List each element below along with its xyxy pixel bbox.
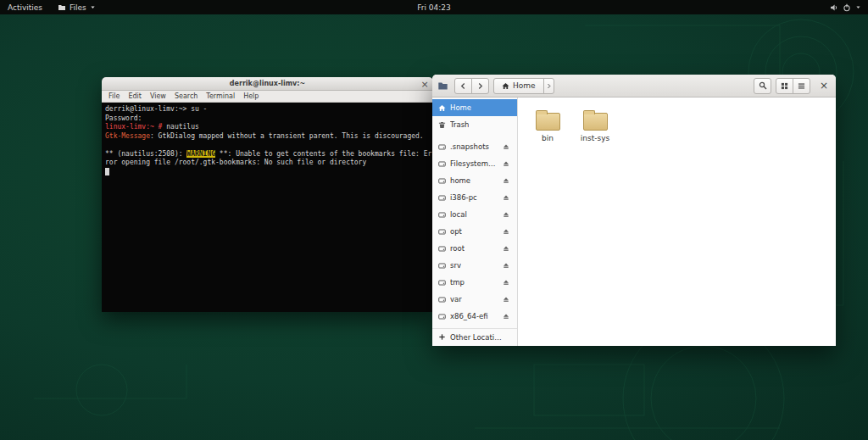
eject-icon [503,211,509,218]
audio-volume-icon [830,3,838,12]
terminal-line: Password: [105,114,430,124]
files-sidebar: Home Trash .snapshots Filesystem r… home [432,97,518,346]
grid-view-icon [781,82,788,90]
files-close-button[interactable]: × [817,79,831,92]
chevron-right-icon [476,82,484,90]
eject-button[interactable] [501,311,511,321]
terminal-line [105,168,430,178]
folder-inst-sys[interactable]: inst-sys [576,106,615,145]
menu-search[interactable]: Search [170,91,202,102]
sidebar-item-home[interactable]: Home [432,99,517,116]
chevron-left-icon [459,82,467,90]
sidebar-item-volume-tmp[interactable]: tmp [432,274,517,291]
drive-icon [438,262,446,270]
files-body: Home Trash .snapshots Filesystem r… home [432,97,836,346]
activities-button[interactable]: Activities [0,0,50,14]
folder-bin[interactable]: bin [528,106,567,145]
eject-button[interactable] [501,175,511,186]
folder-icon [583,113,608,131]
menu-terminal[interactable]: Terminal [202,91,239,102]
grid-view-button[interactable] [776,78,793,94]
eject-icon [503,313,509,320]
drive-icon [438,228,446,236]
eject-button[interactable] [501,277,511,287]
sidebar-item-volume-local[interactable]: local [432,206,517,223]
home-icon [438,104,446,112]
drive-icon [438,143,446,151]
sidebar-item-trash[interactable]: Trash [432,116,517,133]
path-expander-button[interactable] [543,78,554,94]
sidebar-item-volume-filesystem-root[interactable]: Filesystem r… [432,155,517,172]
drive-icon [438,313,446,320]
search-button[interactable] [754,78,771,94]
trash-icon [438,121,446,129]
list-view-icon [798,82,805,90]
eject-icon [503,160,509,167]
drive-icon [438,245,446,253]
sidebar-item-volume-x86-64-efi[interactable]: x86_64-efi [432,308,517,325]
eject-button[interactable] [501,142,511,152]
eject-button[interactable] [501,260,511,270]
sidebar-item-volume-i386-pc[interactable]: i386-pc [432,189,517,206]
terminal-window: derrik@linux-limv:~ × File Edit View Sea… [102,77,433,312]
drive-icon [438,177,446,185]
chevron-right-icon [546,83,552,89]
sidebar-item-volume-home[interactable]: home [432,172,517,189]
sidebar-item-other-locations[interactable]: Other Locations [432,328,517,346]
sidebar-item-volume-root[interactable]: root [432,240,517,257]
eject-button[interactable] [501,226,511,237]
terminal-line: linux-limv:~ # nautilus [105,123,430,132]
sidebar-item-volume-srv[interactable]: srv [432,257,517,274]
eject-button[interactable] [501,209,511,220]
eject-icon [503,177,509,184]
app-menu-label: Files [70,3,86,12]
eject-button[interactable] [501,159,511,169]
eject-button[interactable] [501,243,511,253]
terminal-menubar: File Edit View Search Terminal Help [102,91,433,103]
terminal-close-button[interactable]: × [419,78,431,90]
drive-icon [438,279,446,287]
drive-icon [438,296,446,304]
search-icon [759,81,767,90]
terminal-line: ror opening file /root/.gtk-bookmarks: N… [105,159,430,168]
eject-icon [503,262,509,269]
terminal-line: ** (nautilus:2508): WARNING **: Unable t… [105,150,430,159]
files-content-area[interactable]: bin inst-sys [518,97,836,346]
back-button[interactable] [454,78,472,94]
list-view-button[interactable] [793,78,810,94]
chevron-down-icon [90,4,96,10]
menu-file[interactable]: File [104,91,124,102]
terminal-line [105,141,430,150]
files-app-menu-icon [58,3,66,12]
top-bar: Activities Files Fri 04:23 [0,0,868,14]
eject-icon [503,228,509,235]
drive-icon [438,194,446,202]
sidebar-item-volume-var[interactable]: var [432,291,517,308]
files-window: Home × Home Tras [432,75,836,346]
files-headerbar[interactable]: Home × [432,75,836,97]
chevron-down-icon [855,4,861,10]
eject-icon [503,279,509,286]
drive-icon [438,211,446,219]
menu-edit[interactable]: Edit [124,91,146,102]
terminal-screen[interactable]: derrik@linux-limv:~> su - Password: linu… [102,103,433,312]
menu-help[interactable]: Help [239,91,263,102]
sidebar-item-volume-opt[interactable]: opt [432,223,517,240]
forward-button[interactable] [471,78,489,94]
plus-icon [438,333,446,343]
eject-icon [503,194,509,201]
terminal-titlebar[interactable]: derrik@linux-limv:~ × [102,77,433,91]
menu-view[interactable]: View [146,91,170,102]
eject-button[interactable] [501,192,511,203]
eject-button[interactable] [501,294,511,304]
terminal-cursor [105,168,109,175]
path-button-home[interactable]: Home [493,78,544,94]
clock[interactable]: Fri 04:23 [410,0,458,14]
eject-icon [503,143,509,150]
home-icon [502,82,509,90]
app-menu-files[interactable]: Files [50,0,103,14]
drive-icon [438,160,446,168]
sidebar-item-volume-snapshots[interactable]: .snapshots [432,138,517,155]
system-status-area[interactable] [823,0,868,14]
eject-icon [503,245,509,252]
